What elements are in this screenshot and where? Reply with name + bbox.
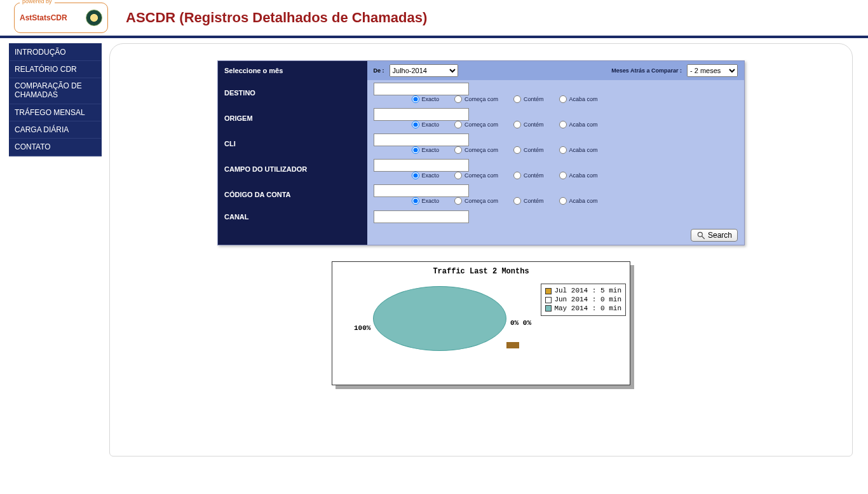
campo-input[interactable] — [374, 159, 469, 172]
svg-point-0 — [698, 233, 702, 237]
sidebar-item-contato[interactable]: CONTATO — [10, 139, 101, 156]
legend-swatch-icon — [545, 288, 552, 294]
origem-exact[interactable] — [412, 121, 419, 128]
pie-chart — [373, 286, 506, 369]
page-header: AstStatsCDR ASCDR (Registros Detalhados … — [0, 0, 868, 38]
sidebar-item-relatorio-cdr[interactable]: RELATÓRIO CDR — [10, 61, 101, 78]
row-codigo-label: CÓDIGO DA CONTA — [218, 182, 367, 207]
brand-box: AstStatsCDR — [14, 3, 108, 33]
cli-ends[interactable] — [559, 146, 567, 154]
codigo-begins[interactable] — [454, 197, 462, 205]
campo-ends[interactable] — [559, 172, 567, 179]
months-back-select[interactable]: - 2 meses — [687, 64, 738, 77]
pie-slice-small — [506, 342, 519, 348]
search-button[interactable]: Search — [691, 229, 738, 242]
destino-exact[interactable] — [412, 95, 419, 103]
sidebar-item-trafego[interactable]: TRÁFEGO MENSAL — [10, 104, 101, 121]
legend-swatch-icon — [545, 297, 552, 303]
campo-begins[interactable] — [454, 172, 462, 179]
cli-contains[interactable] — [513, 146, 521, 154]
cli-exact[interactable] — [412, 146, 419, 154]
sidebar-item-introducao[interactable]: INTRODUÇÃO — [10, 44, 101, 61]
origem-begins[interactable] — [454, 121, 462, 128]
legend-swatch-icon — [545, 305, 552, 312]
filter-table: Seleccione o mês De : Julho-2014 Meses A… — [217, 60, 745, 245]
svg-line-1 — [702, 237, 705, 239]
pct-label-0: 0% 0% — [510, 319, 531, 327]
cli-input[interactable] — [374, 134, 469, 146]
destino-input[interactable] — [374, 83, 469, 95]
codigo-ends[interactable] — [559, 197, 567, 205]
origem-contains[interactable] — [513, 121, 521, 128]
origem-ends[interactable] — [559, 121, 567, 128]
destino-ends[interactable] — [559, 95, 567, 103]
codigo-exact[interactable] — [412, 197, 419, 205]
de-label: De : — [374, 67, 384, 74]
codigo-input[interactable] — [374, 184, 469, 197]
codigo-contains[interactable] — [513, 197, 521, 205]
filter-month-label: Seleccione o mês — [218, 61, 367, 80]
row-cli-label: CLI — [218, 131, 367, 156]
row-origem-label: ORIGEM — [218, 106, 367, 131]
sidebar-item-carga[interactable]: CARGA DIÁRIA — [10, 121, 101, 139]
cli-begins[interactable] — [454, 146, 462, 154]
chart-title: Traffic Last 2 Months — [332, 262, 630, 276]
canal-input[interactable] — [374, 210, 469, 223]
row-canal-label: CANAL — [218, 207, 367, 226]
chart-legend: Jul 2014 : 5 min Jun 2014 : 0 min May 20… — [541, 284, 626, 316]
chart-container: Traffic Last 2 Months 100% 0% 0% Jul 201… — [332, 261, 630, 385]
origem-input[interactable] — [374, 108, 469, 121]
page-title: ASCDR (Registros Detalhados de Chamadas) — [126, 10, 427, 26]
destino-contains[interactable] — [513, 95, 521, 103]
pct-label-100: 100% — [354, 324, 370, 332]
row-campo-label: CAMPO DO UTILIZADOR — [218, 156, 367, 182]
sidebar-item-comparacao[interactable]: COMPARAÇÃO DE CHAMADAS — [10, 78, 101, 104]
destino-begins[interactable] — [454, 95, 462, 103]
brand-name: AstStatsCDR — [20, 13, 67, 22]
main-panel: Seleccione o mês De : Julho-2014 Meses A… — [109, 43, 853, 456]
brand-icon — [86, 10, 102, 26]
row-destino-label: DESTINO — [218, 80, 367, 106]
campo-exact[interactable] — [412, 172, 419, 179]
search-icon — [696, 231, 705, 240]
campo-contains[interactable] — [513, 172, 521, 179]
sidebar-nav: INTRODUÇÃO RELATÓRIO CDR COMPARAÇÃO DE C… — [9, 43, 102, 156]
month-select[interactable]: Julho-2014 — [390, 64, 458, 77]
months-back-label: Meses Atrás a Comparar : — [611, 67, 682, 74]
